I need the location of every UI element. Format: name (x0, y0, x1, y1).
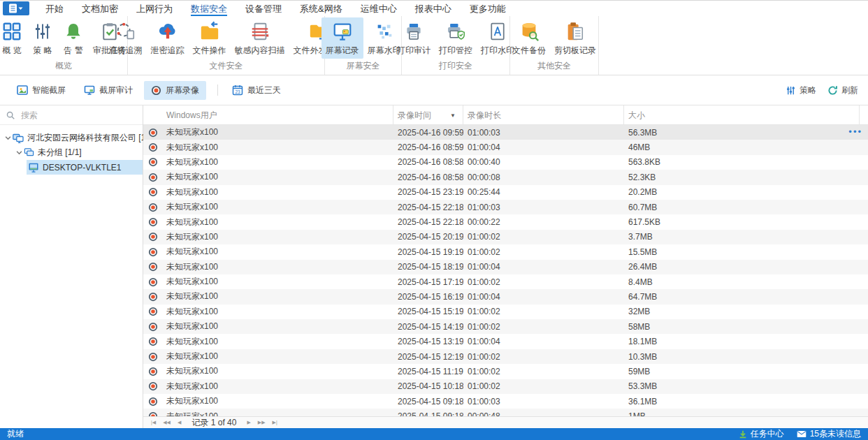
table-row[interactable]: 未知玩家x100 2025-04-15 18:19:24 01:00:04 26… (143, 260, 868, 274)
tree-node-device-desktop-vlktle1[interactable]: DESKTOP-VLKTLE1 (0, 160, 143, 175)
cell-record-time: 2025-04-15 09:18:06 (393, 411, 463, 416)
menu-item-report-center[interactable]: 报表中心 (415, 1, 451, 16)
ribbon-item-overview[interactable]: 概 览 (0, 17, 27, 59)
col-windows-user[interactable]: Windows用户 (162, 105, 393, 125)
tree-node-ungrouped[interactable]: 未分组 [1/1] (0, 145, 143, 160)
menu-item-device-management[interactable]: 设备管理 (245, 1, 282, 16)
col-size[interactable]: 大小 (624, 105, 860, 125)
table-row[interactable]: 未知玩家x100 2025-04-15 19:19:28 01:00:02 15… (143, 244, 868, 259)
ribbon-item-screen-recording[interactable]: 屏幕记录 (321, 17, 363, 59)
ribbon-item-sensitive-content-scan[interactable]: 敏感内容扫描 (231, 17, 289, 59)
menu-item-doc-encryption[interactable]: 文档加密 (82, 1, 118, 16)
ribbon-item-print-control[interactable]: 打印管控 (435, 17, 477, 59)
cell-windows-user: 未知玩家x100 (162, 381, 393, 393)
chevron-down-icon[interactable] (3, 135, 13, 141)
menu-item-start[interactable]: 开始 (45, 1, 64, 16)
chevron-down-icon[interactable] (14, 149, 24, 156)
cell-duration: 01:00:04 (463, 337, 624, 346)
cell-windows-user: 未知玩家x100 (162, 276, 393, 288)
cell-size: 18.1MB (624, 337, 860, 346)
table-row[interactable]: 未知玩家x100 2025-04-15 22:18:57 01:00:03 60… (143, 200, 868, 214)
cell-windows-user: 未知玩家x100 (162, 142, 393, 154)
device-search-input[interactable] (20, 110, 124, 121)
sort-desc-icon: ▼ (450, 112, 458, 119)
table-row[interactable]: 未知玩家x100 2025-04-16 08:59:21 01:00:04 46… (143, 140, 868, 154)
cell-windows-user: 未知玩家x100 (162, 306, 393, 318)
row-more-actions-icon[interactable]: ••• (848, 125, 862, 140)
cell-record-time: 2025-04-15 14:19:11 (393, 322, 463, 332)
table-row[interactable]: 未知玩家x100 2025-04-15 11:19:01 01:00:02 59… (143, 364, 868, 379)
record-dot-icon (143, 157, 162, 167)
table-row[interactable]: 未知玩家x100 2025-04-15 13:19:06 01:00:04 18… (143, 334, 868, 349)
ribbon-filler (599, 16, 868, 75)
table-row[interactable]: 未知玩家x100 2025-04-15 15:19:14 01:00:02 32… (143, 305, 868, 319)
table-row[interactable]: 未知玩家x100 2025-04-15 09:18:55 01:00:03 36… (143, 394, 868, 409)
page-fast-next-button[interactable]: ▶▶ (254, 420, 269, 425)
tab-capture-audit[interactable]: 截屏审计 (77, 81, 140, 100)
col-record-icon (143, 105, 162, 125)
screen-watermark-pixels-icon (373, 20, 396, 43)
cell-size: 36.1MB (624, 397, 860, 406)
table-row[interactable]: 未知玩家x100 2025-04-15 23:19:01 00:25:44 20… (143, 185, 868, 200)
menu-item-more-features[interactable]: 更多功能 (470, 1, 506, 16)
capture-audit-monitor-icon (84, 85, 95, 96)
table-row[interactable]: 未知玩家x100 2025-04-15 14:19:11 01:00:02 58… (143, 319, 868, 334)
menu-item-ops-center[interactable]: 运维中心 (361, 1, 397, 16)
page-last-button[interactable]: ▶| (269, 420, 281, 425)
table-row[interactable]: 未知玩家x100 2025-04-15 20:19:31 01:00:02 3.… (143, 230, 868, 244)
tab-smart-capture[interactable]: 智能截屏 (10, 81, 73, 100)
table-row[interactable]: 未知玩家x100 2025-04-15 12:19:03 01:00:02 10… (143, 349, 868, 364)
ribbon-item-flow-trace[interactable]: 流转追溯 (105, 17, 147, 59)
table-row[interactable]: 未知玩家x100 2025-04-15 16:19:16 01:00:04 64… (143, 289, 868, 304)
policy-button[interactable]: 策略 (786, 85, 816, 96)
menu-item-web-behavior[interactable]: 上网行为 (136, 1, 173, 16)
table-row[interactable]: 未知玩家x100 2025-04-15 22:18:33 00:00:22 61… (143, 214, 868, 229)
table-row[interactable]: 未知玩家x100 2025-04-16 08:58:41 00:00:40 56… (143, 155, 868, 170)
tab-screen-recording[interactable]: 屏幕录像 (144, 81, 206, 100)
cell-record-time: 2025-04-16 08:58:41 (393, 157, 463, 167)
cell-windows-user: 未知玩家x100 (162, 156, 393, 168)
col-record-time[interactable]: 录像时间▼ (393, 105, 463, 125)
ribbon-item-print-audit[interactable]: 打印审计 (393, 17, 435, 59)
cell-duration: 01:00:03 (463, 397, 624, 406)
refresh-button[interactable]: 刷新 (827, 85, 858, 96)
ribbon-item-file-backup[interactable]: 文件备份 (508, 17, 550, 59)
device-tree: 河北安固云网络科技有限公司 [1/1] 未分组 [1/1] (0, 125, 143, 175)
page-first-button[interactable]: |◀ (147, 420, 159, 425)
col-duration[interactable]: 录像时长 (463, 105, 624, 125)
cell-record-time: 2025-04-15 13:19:06 (393, 337, 463, 346)
table-row[interactable]: 未知玩家x100 2025-04-15 17:19:22 01:00:02 8.… (143, 274, 868, 289)
tree-node-company[interactable]: 河北安固云网络科技有限公司 [1/1] (0, 131, 143, 145)
ribbon-item-clipboard-record[interactable]: 剪切板记录 (550, 17, 600, 59)
menubar: 开始 文档加密 上网行为 数据安全 设备管理 系统&网络 运维中心 报表中心 更… (0, 1, 868, 16)
ribbon-item-file-operations[interactable]: 文件操作 (189, 17, 231, 59)
table-row[interactable]: 未知玩家x100 2025-04-15 09:18:06 00:00:48 1M… (143, 409, 868, 416)
record-dot-icon (143, 307, 162, 316)
date-filter-recent-3-days[interactable]: 23 最近三天 (225, 81, 288, 100)
cell-duration: 01:00:04 (463, 262, 624, 272)
envelope-icon (797, 430, 806, 438)
cell-windows-user: 未知玩家x100 (162, 291, 393, 302)
app-menu-button[interactable] (3, 1, 29, 15)
unread-messages-button[interactable]: 15条未读信息 (797, 428, 861, 440)
ribbon-group-label: 概览 (0, 60, 127, 75)
table-row[interactable]: 未知玩家x100 2025-04-15 10:18:58 01:00:02 53… (143, 379, 868, 394)
page-prev-button[interactable]: ◀ (174, 420, 185, 425)
task-center-button[interactable]: 任务中心 (739, 428, 784, 440)
cell-record-time: 2025-04-16 09:59:26 (393, 128, 463, 138)
ribbon-item-policy[interactable]: 策 略 (27, 17, 58, 59)
record-dot-icon (143, 411, 162, 416)
table-row[interactable]: 未知玩家x100 2025-04-16 08:58:32 00:00:08 52… (143, 170, 868, 184)
table-row[interactable]: 未知玩家x100 2025-04-16 09:59:26 01:00:03 56… (143, 125, 868, 140)
cell-record-time: 2025-04-16 08:59:21 (393, 142, 463, 152)
menu-item-system-network[interactable]: 系统&网络 (300, 1, 342, 16)
cell-record-time: 2025-04-15 11:19:01 (393, 367, 463, 376)
cell-windows-user: 未知玩家x100 (162, 351, 393, 362)
record-dot-icon (143, 262, 162, 272)
page-fast-prev-button[interactable]: ◀◀ (159, 420, 174, 425)
menu-item-data-security[interactable]: 数据安全 (191, 1, 227, 16)
ribbon-item-leak-tracking[interactable]: 泄密追踪 (147, 17, 189, 59)
cell-record-time: 2025-04-15 09:18:55 (393, 397, 463, 406)
page-next-button[interactable]: ▶ (243, 420, 254, 425)
ribbon-item-alert[interactable]: 告 警 (58, 17, 89, 59)
